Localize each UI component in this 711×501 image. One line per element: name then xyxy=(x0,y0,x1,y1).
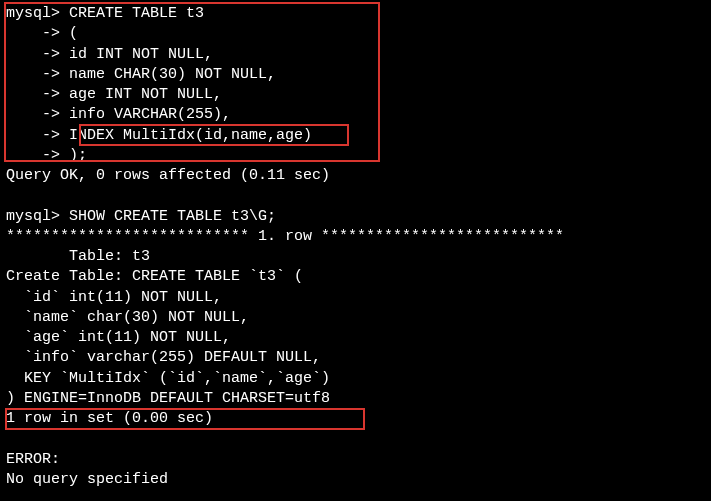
terminal-line: -> info VARCHAR(255), xyxy=(6,105,705,125)
terminal-output[interactable]: mysql> CREATE TABLE t3 -> ( -> id INT NO… xyxy=(6,4,705,490)
terminal-line: Query OK, 0 rows affected (0.11 sec) xyxy=(6,166,705,186)
terminal-line: -> name CHAR(30) NOT NULL, xyxy=(6,65,705,85)
terminal-line: Table: t3 xyxy=(6,247,705,267)
terminal-line: -> ); xyxy=(6,146,705,166)
terminal-line xyxy=(6,186,705,206)
terminal-line: mysql> CREATE TABLE t3 xyxy=(6,4,705,24)
terminal-line: 1 row in set (0.00 sec) xyxy=(6,409,705,429)
terminal-line: `age` int(11) NOT NULL, xyxy=(6,328,705,348)
terminal-line: -> ( xyxy=(6,24,705,44)
terminal-line: -> id INT NOT NULL, xyxy=(6,45,705,65)
terminal-line: `info` varchar(255) DEFAULT NULL, xyxy=(6,348,705,368)
terminal-line: ) ENGINE=InnoDB DEFAULT CHARSET=utf8 xyxy=(6,389,705,409)
terminal-line: No query specified xyxy=(6,470,705,490)
terminal-line: KEY `MultiIdx` (`id`,`name`,`age`) xyxy=(6,369,705,389)
terminal-line: ERROR: xyxy=(6,450,705,470)
terminal-line xyxy=(6,429,705,449)
terminal-line: *************************** 1. row *****… xyxy=(6,227,705,247)
terminal-line: -> INDEX MultiIdx(id,name,age) xyxy=(6,126,705,146)
terminal-line: `id` int(11) NOT NULL, xyxy=(6,288,705,308)
terminal-line: mysql> SHOW CREATE TABLE t3\G; xyxy=(6,207,705,227)
terminal-line: `name` char(30) NOT NULL, xyxy=(6,308,705,328)
terminal-line: Create Table: CREATE TABLE `t3` ( xyxy=(6,267,705,287)
terminal-line: -> age INT NOT NULL, xyxy=(6,85,705,105)
